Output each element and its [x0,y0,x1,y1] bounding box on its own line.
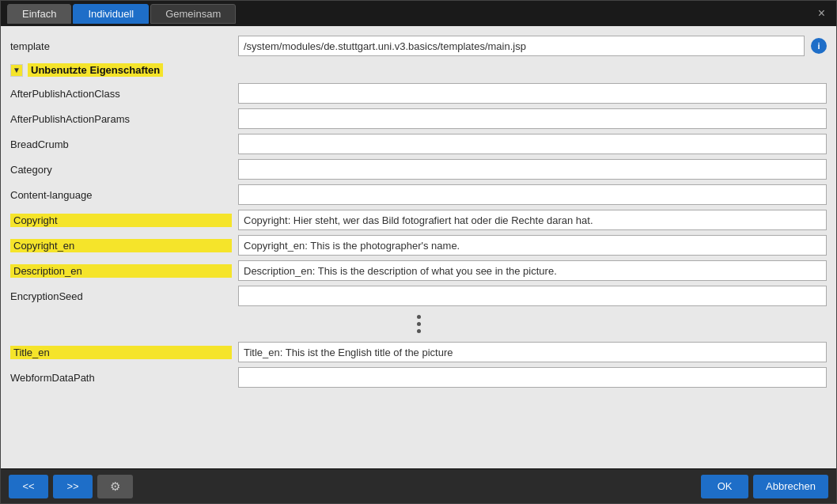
prop-label-WebformDataPath: WebformDataPath [10,372,232,384]
template-row: template i [1,32,836,59]
title-bar: Einfach Individuell Gemeinsam × [1,1,836,26]
prop-label-Content-language: Content-language [10,189,232,201]
prop-input-AfterPublishActionClass[interactable] [238,83,827,104]
gear-icon: ⚙ [110,479,120,494]
tab-einfach[interactable]: Einfach [7,4,71,24]
tab-gemeinsam[interactable]: Gemeinsam [150,4,236,24]
close-button[interactable]: × [813,5,830,22]
bottom-properties-list: Title_enWebformDataPath [1,339,836,390]
prop-input-AfterPublishActionParams[interactable] [238,108,827,129]
prop-input-Copyright[interactable] [238,210,827,230]
prop-label-Copyright: Copyright [10,214,232,227]
property-row: BreadCrumb [1,131,836,157]
info-icon[interactable]: i [811,38,827,54]
dot-1 [417,315,421,319]
dialog: Einfach Individuell Gemeinsam × template… [0,0,837,504]
properties-list: AfterPublishActionClassAfterPublishActio… [1,81,836,309]
section-toggle[interactable]: ▼ [10,64,23,77]
prop-input-WebformDataPath[interactable] [238,367,827,388]
property-row: EncryptionSeed [1,283,836,309]
footer: << >> ⚙ OK Abbrechen [1,468,836,503]
property-row: Content-language [1,182,836,207]
property-row: Description_en [1,258,836,283]
prop-input-Category[interactable] [238,159,827,180]
section-header: ▼ Unbenutzte Eigenschaften [1,59,836,81]
property-row: WebformDataPath [1,365,836,390]
prop-input-Description_en[interactable] [238,260,827,281]
next-button[interactable]: >> [53,475,93,498]
prop-label-BreadCrumb: BreadCrumb [10,138,232,150]
prop-input-Copyright_en[interactable] [238,235,827,256]
prop-label-Copyright_en: Copyright_en [10,239,232,252]
cancel-button[interactable]: Abbrechen [753,475,828,498]
section-title: Unbenutzte Eigenschaften [28,63,163,77]
template-input[interactable] [238,36,805,56]
prop-label-AfterPublishActionParams: AfterPublishActionParams [10,113,232,125]
dot-3 [417,329,421,333]
gear-button[interactable]: ⚙ [97,475,133,498]
prev-button[interactable]: << [9,475,48,498]
prop-label-Title_en: Title_en [10,346,232,359]
content-area: template i ▼ Unbenutzte Eigenschaften Af… [1,26,836,468]
prop-label-AfterPublishActionClass: AfterPublishActionClass [10,88,232,100]
prop-input-EncryptionSeed[interactable] [238,286,827,306]
property-row: Copyright [1,207,836,233]
ok-button[interactable]: OK [701,475,748,498]
prop-input-Content-language[interactable] [238,184,827,205]
tabs: Einfach Individuell Gemeinsam [7,4,236,24]
property-row: Category [1,157,836,182]
prop-label-EncryptionSeed: EncryptionSeed [10,290,232,302]
prop-label-Description_en: Description_en [10,264,232,278]
prop-input-Title_en[interactable] [238,342,827,362]
dots-row [1,309,836,339]
template-label: template [10,40,232,52]
dot-2 [417,322,421,326]
property-row: AfterPublishActionParams [1,106,836,131]
prop-label-Category: Category [10,164,232,176]
property-row: Copyright_en [1,233,836,258]
property-row: Title_en [1,339,836,365]
prop-input-BreadCrumb[interactable] [238,134,827,154]
property-row: AfterPublishActionClass [1,81,836,106]
tab-individuell[interactable]: Individuell [73,4,149,24]
